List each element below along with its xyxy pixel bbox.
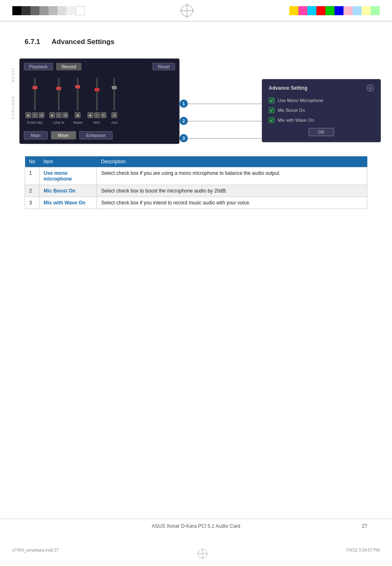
channel-controls: ⚙ [111,112,117,118]
option-label-mic-boost: Mic Boost On [278,108,305,113]
table-header-item: Item [39,156,97,167]
dialog-option-2: ✔ Mic Boost On [269,107,374,113]
screenshot-combined: Music Karaoke Playback Record Reset [11,58,381,144]
color-swatch [344,6,353,15]
callout-1: 1 [180,100,188,108]
ctrl-mute[interactable]: ■ [25,112,31,118]
ctrl-settings[interactable]: ⚙ [111,112,117,118]
dialog-option-1: ✔ Use Mono Microphone [269,97,374,103]
color-swatch [316,6,325,15]
callout-line-2 [188,121,262,121]
section-heading: 6.7.1 Advanced Settings [25,38,367,46]
channel-label-aux: Aux [111,121,118,125]
mixer-wrapper: Music Karaoke Playback Record Reset [11,58,180,144]
color-swatch [67,6,76,15]
dialog-option-3: ✔ Mix with Wave On [269,117,374,123]
mixer-window: Playback Record Reset ■ [19,58,180,144]
option-label-use-mono: Use Mono Microphone [278,98,323,103]
table-row: 3 Mix with Wave On Select check box if y… [25,197,367,209]
ctrl-settings[interactable]: ⚙ [62,112,68,118]
fader-handle[interactable] [112,86,117,89]
tab-enhancer[interactable]: Enhancer [79,131,113,139]
ctrl-mute[interactable]: ■ [75,112,81,118]
channel-mic: ■ Y ⚙ MIC [88,78,106,125]
color-swatch [298,6,307,15]
section-title: Advanced Settings [52,38,115,46]
cell-item-1: Use mono microphone [39,167,97,185]
color-swatch [362,6,371,15]
cell-desc-2: Select check box to boost the microphone… [97,185,367,197]
tab-main[interactable]: Main [24,131,48,139]
fader-track[interactable] [113,78,115,111]
color-swatch [58,6,67,15]
color-swatch [48,6,58,15]
callout-line-1 [188,104,262,104]
karaoke-label: Karaoke [11,95,15,119]
page-number: 27 [362,523,367,529]
fader-handle[interactable] [32,86,37,89]
footer-center: ASUS Xonar D-Kara PCI 5.1 Audio Card [152,523,240,529]
cell-no-2: 2 [25,185,39,197]
color-swatch [21,6,30,15]
option-label-mix-wave: Mix with Wave On [278,118,314,123]
playback-button[interactable]: Playback [24,63,53,70]
channel-label-mic: MIC [93,121,100,125]
fader-track[interactable] [77,78,78,111]
checkbox-use-mono[interactable]: ✔ [269,97,274,103]
channel-controls: ■ Y ⚙ [49,112,68,118]
table-row: 1 Use mono microphone Select check box i… [25,167,367,185]
cell-desc-3: Select check box if you intend to record… [97,197,367,209]
color-blocks-right [289,6,380,15]
color-swatch [353,6,362,15]
dialog-ok-button[interactable]: OK [309,128,334,136]
fader-handle[interactable] [75,85,80,88]
color-swatch [289,6,298,15]
callout-row-1: 1 [180,100,262,108]
channel-aux: ⚙ Aux [111,78,118,125]
checkbox-mix-wave[interactable]: ✔ [269,117,274,123]
fader-track[interactable] [34,78,36,111]
ctrl-y[interactable]: Y [32,112,38,118]
dialog-close-button[interactable]: × [367,84,374,92]
channel-line-in: ■ Y ⚙ Line In [49,78,68,125]
ctrl-mute[interactable]: ■ [88,112,93,118]
callout-row-2: 2 [180,117,262,125]
ctrl-y[interactable]: Y [94,112,100,118]
callout-line-3 [188,138,262,139]
print-marks-top [0,0,392,21]
registration-mark-bottom [197,548,208,559]
color-swatch [307,6,316,15]
ctrl-settings[interactable]: ⚙ [39,112,44,118]
channel-wave: ■ Wave [73,78,83,125]
table-row: 2 Mic Boost On Select check box to boost… [25,185,367,197]
channel-controls: ■ Y ⚙ [88,112,106,118]
cell-desc-1: Select check box if you are using a mono… [97,167,367,185]
fader-handle[interactable] [95,88,99,91]
record-button[interactable]: Record [56,63,81,70]
music-label: Music [11,67,15,83]
callout-2: 2 [180,117,188,125]
color-swatch [371,6,380,15]
color-swatch [12,6,21,15]
ctrl-mute[interactable]: ■ [49,112,55,118]
ctrl-settings[interactable]: ⚙ [101,112,106,118]
ctrl-y[interactable]: Y [56,112,62,118]
channel-controls: ■ Y ⚙ [25,112,44,118]
mixer-tabs: Main Mixer Enhancer [24,131,175,139]
fader-track[interactable] [58,78,60,111]
registration-mark-center [180,3,194,18]
color-swatch [334,6,344,15]
table-header-description: Description [97,156,367,167]
bottom-info: e7404_xonarkara.indd 27 7/4/12 3:34:07 P… [0,548,392,559]
color-blocks-left [12,6,85,15]
mixer-channels: ■ Y ⚙ Front Mic ■ [24,74,175,128]
table-header-no: No [25,156,39,167]
fader-handle[interactable] [56,87,61,90]
callout-lines: 1 2 3 [180,100,262,142]
tab-mixer[interactable]: Mixer [51,131,76,139]
channel-front-mic: ■ Y ⚙ Front Mic [25,78,44,125]
fader-track[interactable] [96,78,98,111]
channel-label-frontmic: Front Mic [27,121,43,125]
reset-button[interactable]: Reset [152,63,175,70]
checkbox-mic-boost[interactable]: ✔ [269,107,274,113]
